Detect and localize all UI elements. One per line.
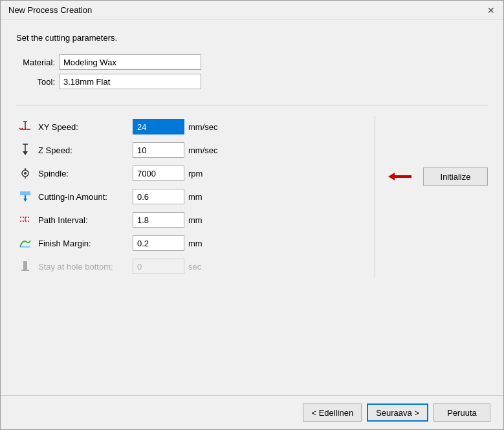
material-value: Modeling Wax xyxy=(59,54,201,70)
material-section: Material: Modeling Wax Tool: 3.18mm Flat xyxy=(16,54,488,89)
previous-button[interactable]: < Edellinen xyxy=(303,403,362,422)
svg-point-23 xyxy=(408,175,410,178)
params-right: Initialize xyxy=(375,167,488,186)
tool-label: Tool: xyxy=(16,77,55,87)
path-interval-unit: mm xyxy=(188,215,217,225)
next-button[interactable]: Seuraava > xyxy=(367,403,428,422)
instruction-text: Set the cutting parameters. xyxy=(16,33,488,43)
dialog-title: New Process Creation xyxy=(8,5,92,15)
xy-speed-input[interactable] xyxy=(133,119,184,134)
path-interval-input[interactable] xyxy=(133,212,184,228)
cutting-in-icon xyxy=(16,189,34,204)
spindle-unit: rpm xyxy=(188,169,217,178)
material-row: Material: Modeling Wax xyxy=(16,54,488,70)
params-left: ↔ XY Speed: mm/sec xyxy=(16,116,375,277)
dialog: New Process Creation ✕ Set the cutting p… xyxy=(0,0,504,430)
cutting-in-label: Cutting-in Amount: xyxy=(38,192,129,202)
dialog-content: Set the cutting parameters. Material: Mo… xyxy=(1,20,503,395)
svg-rect-18 xyxy=(23,261,27,270)
z-speed-row: Z Speed: mm/sec xyxy=(16,139,362,161)
xy-speed-row: ↔ XY Speed: mm/sec xyxy=(16,116,362,138)
cutting-in-row: Cutting-in Amount: mm xyxy=(16,186,362,208)
svg-point-8 xyxy=(24,172,27,175)
spindle-input[interactable] xyxy=(133,166,184,181)
params-area: ↔ XY Speed: mm/sec xyxy=(16,116,488,277)
svg-marker-13 xyxy=(23,199,27,202)
stay-at-hole-row: Stay at hole bottom: sec xyxy=(16,255,362,277)
svg-marker-5 xyxy=(23,151,28,155)
stay-at-hole-icon xyxy=(16,259,34,274)
stay-at-hole-input xyxy=(133,259,184,274)
svg-rect-11 xyxy=(20,191,30,195)
xy-speed-unit: mm/sec xyxy=(188,122,217,132)
z-speed-input[interactable] xyxy=(133,142,184,158)
tool-value: 3.18mm Flat xyxy=(59,74,201,89)
path-interval-icon xyxy=(16,212,34,228)
finish-margin-unit: mm xyxy=(188,239,217,248)
material-label: Material: xyxy=(16,58,55,67)
arrow-icon xyxy=(388,170,414,183)
footer: < Edellinen Seuraava > Peruuta xyxy=(1,395,503,429)
xy-speed-icon: ↔ xyxy=(16,119,34,134)
path-interval-label: Path Interval: xyxy=(38,215,129,225)
finish-margin-icon xyxy=(16,235,34,251)
title-bar: New Process Creation ✕ xyxy=(1,1,503,20)
svg-text:↔: ↔ xyxy=(17,124,25,132)
svg-point-21 xyxy=(400,175,402,178)
finish-margin-input[interactable] xyxy=(133,235,184,251)
spindle-label: Spindle: xyxy=(38,169,129,178)
cancel-button[interactable]: Peruuta xyxy=(433,403,490,422)
z-speed-icon xyxy=(16,142,34,158)
path-interval-row: Path Interval: mm xyxy=(16,209,362,231)
stay-at-hole-unit: sec xyxy=(188,262,217,272)
tool-row: Tool: 3.18mm Flat xyxy=(16,74,488,89)
z-speed-unit: mm/sec xyxy=(188,145,217,155)
svg-rect-17 xyxy=(20,246,30,248)
initialize-button[interactable]: Initialize xyxy=(423,167,488,186)
spindle-row: Spindle: rpm xyxy=(16,162,362,184)
cutting-in-unit: mm xyxy=(188,192,217,202)
z-speed-label: Z Speed: xyxy=(38,145,129,155)
finish-margin-label: Finish Margin: xyxy=(38,239,129,248)
xy-speed-label: XY Speed: xyxy=(38,122,129,132)
stay-at-hole-label: Stay at hole bottom: xyxy=(38,262,129,272)
svg-point-22 xyxy=(404,175,406,178)
finish-margin-row: Finish Margin: mm xyxy=(16,232,362,254)
divider xyxy=(16,105,488,105)
spindle-icon xyxy=(16,166,34,181)
close-button[interactable]: ✕ xyxy=(484,3,498,17)
cutting-in-input[interactable] xyxy=(133,189,184,204)
